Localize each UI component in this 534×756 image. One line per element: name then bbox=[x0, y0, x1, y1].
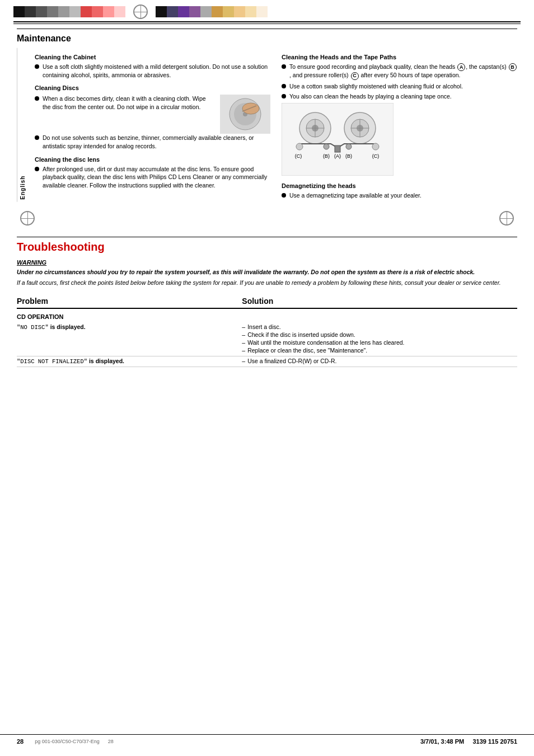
color-seg bbox=[200, 6, 212, 17]
color-seg bbox=[81, 6, 92, 17]
demagnetizing-subsection: Demagnetizing the heads Use a demagnetiz… bbox=[282, 182, 517, 200]
table-row: "NO DISC" is displayed. – Insert a disc. bbox=[17, 322, 517, 356]
svg-point-20 bbox=[296, 143, 303, 150]
color-seg bbox=[69, 6, 81, 17]
problem-cell-2: "DISC NOT FINALIZED" is displayed. bbox=[17, 356, 242, 367]
warning-text-1: Under no circumstances should you try to… bbox=[17, 268, 517, 277]
problem-text-1: is displayed. bbox=[50, 323, 86, 330]
date-info: 3/7/01, 3:48 PM bbox=[420, 738, 464, 745]
bullet-dot bbox=[282, 193, 286, 198]
cleaning-heads-text-3: You also can clean the heads by playing … bbox=[289, 92, 517, 101]
registration-mark-left bbox=[133, 4, 148, 19]
solution-text: Insert a disc. bbox=[247, 323, 281, 330]
color-seg bbox=[156, 6, 167, 17]
color-seg bbox=[223, 6, 234, 17]
color-seg bbox=[25, 6, 36, 17]
solution-cell-1: – Insert a disc. – Check if the disc is … bbox=[242, 322, 517, 356]
two-column-layout: Cleaning the Cabinet Use a soft cloth sl… bbox=[35, 48, 517, 202]
solution-item: – Insert a disc. bbox=[242, 323, 515, 330]
solution-header: Solution bbox=[242, 294, 517, 308]
svg-text:(A): (A) bbox=[334, 153, 341, 159]
right-column: Cleaning the Heads and the Tape Paths To… bbox=[282, 48, 517, 202]
troubleshooting-title: Troubleshooting bbox=[17, 241, 517, 253]
solution-item: – Check if the disc is inserted upside d… bbox=[242, 331, 515, 338]
page-wrapper: Maintenance English Cleaning the Cabinet… bbox=[0, 0, 534, 756]
svg-point-19 bbox=[346, 144, 352, 149]
color-seg bbox=[178, 6, 189, 17]
color-seg bbox=[36, 6, 47, 17]
problem-text-2: is displayed. bbox=[89, 358, 124, 364]
main-content: Maintenance English Cleaning the Cabinet… bbox=[0, 29, 534, 367]
cleaning-disc-lens-item-1: After prolonged use, dirt or dust may ac… bbox=[35, 165, 270, 190]
cleaning-discs-title: Cleaning Discs bbox=[35, 84, 270, 91]
tape-mechanism-diagram: (C) (B) (A) (B) (C) bbox=[282, 103, 394, 176]
page-number: 28 bbox=[17, 738, 24, 745]
solution-text: Wait until the moisture condensation at … bbox=[247, 339, 404, 346]
demagnetizing-title: Demagnetizing the heads bbox=[282, 182, 517, 189]
registration-mark-bottom-right bbox=[499, 211, 514, 226]
svg-rect-6 bbox=[282, 103, 394, 176]
disc-image-area: When a disc becomes dirty, clean it with… bbox=[35, 95, 270, 134]
troubleshooting-section: Troubleshooting WARNING Under no circums… bbox=[17, 237, 517, 368]
bottom-right-info: 3/7/01, 3:48 PM 3139 115 20751 bbox=[420, 738, 517, 745]
color-seg bbox=[47, 6, 58, 17]
registration-mark-bottom-left bbox=[20, 211, 35, 226]
left-column: Cleaning the Cabinet Use a soft cloth sl… bbox=[35, 48, 270, 202]
solution-item: – Wait until the moisture condensation a… bbox=[242, 339, 515, 346]
solution-list-1: – Insert a disc. – Check if the disc is … bbox=[242, 323, 515, 354]
svg-text:(B): (B) bbox=[323, 153, 330, 159]
registration-marks-row bbox=[17, 211, 517, 226]
solution-item: – Use a finalized CD-R(W) or CD-R. bbox=[242, 358, 515, 364]
svg-text:(B): (B) bbox=[345, 153, 352, 159]
cleaning-cabinet-item-1: Use a soft cloth slightly moistened with… bbox=[35, 63, 270, 79]
svg-point-4 bbox=[242, 103, 259, 114]
problem-solution-table: Problem Solution CD OPERATION "NO DISC" … bbox=[17, 294, 517, 367]
color-seg bbox=[114, 6, 125, 17]
cleaning-heads-text-2: Use a cotton swab slightly moistened wit… bbox=[289, 82, 517, 91]
table-row: "DISC NOT FINALIZED" is displayed. – Use… bbox=[17, 356, 517, 367]
color-seg bbox=[92, 6, 103, 17]
bullet-dot bbox=[282, 64, 286, 69]
cleaning-cabinet-title: Cleaning the Cabinet bbox=[35, 54, 270, 60]
color-seg bbox=[167, 6, 178, 17]
dash: – bbox=[242, 347, 245, 354]
solution-text: Check if the disc is inserted upside dow… bbox=[247, 331, 355, 338]
color-seg bbox=[58, 6, 69, 17]
color-seg bbox=[256, 6, 268, 17]
label-b: B bbox=[509, 63, 517, 71]
svg-point-18 bbox=[324, 144, 329, 149]
section-divider bbox=[17, 29, 517, 29]
label-a: A bbox=[457, 63, 465, 71]
solution-cell-2: – Use a finalized CD-R(W) or CD-R. bbox=[242, 356, 517, 367]
solution-text: Use a finalized CD-R(W) or CD-R. bbox=[247, 358, 336, 364]
color-seg bbox=[13, 6, 25, 17]
dash: – bbox=[242, 323, 245, 330]
demagnetizing-item-1: Use a demagnetizing tape available at yo… bbox=[282, 191, 517, 200]
bottom-left-info: pg 001-030/C50-C70/37-Eng 28 bbox=[35, 739, 114, 744]
maintenance-section: Maintenance English Cleaning the Cabinet… bbox=[17, 29, 517, 202]
right-color-bar-2 bbox=[156, 6, 268, 17]
cleaning-heads-item-3: You also can clean the heads by playing … bbox=[282, 92, 517, 101]
bullet-dot bbox=[282, 84, 286, 88]
problem-code-1: "NO DISC" bbox=[17, 324, 49, 331]
cleaning-heads-text-1: To ensure good recording and playback qu… bbox=[289, 63, 517, 80]
solution-item: – Replace or clean the disc, see "Mainte… bbox=[242, 347, 515, 354]
color-seg bbox=[189, 6, 200, 17]
disc-cleaning-image bbox=[220, 95, 270, 134]
svg-text:(C): (C) bbox=[372, 153, 380, 159]
warning-label: WARNING bbox=[17, 259, 517, 266]
cleaning-heads-title: Cleaning the Heads and the Tape Paths bbox=[282, 54, 517, 60]
cd-operation-category: CD OPERATION bbox=[17, 308, 517, 322]
cleaning-cabinet-text-1: Use a soft cloth slightly moistened with… bbox=[43, 63, 270, 79]
code-info: 3139 115 20751 bbox=[472, 738, 517, 745]
label-c: C bbox=[351, 72, 359, 80]
border-lines bbox=[13, 21, 521, 24]
color-seg bbox=[103, 6, 114, 17]
problem-header: Problem bbox=[17, 294, 242, 308]
dash: – bbox=[242, 331, 245, 338]
cleaning-discs-text-1: When a disc becomes dirty, clean it with… bbox=[43, 95, 214, 111]
cleaning-discs-item-2: Do not use solvents such as benzine, thi… bbox=[35, 134, 270, 150]
dash: – bbox=[242, 358, 245, 364]
cleaning-heads-item-2: Use a cotton swab slightly moistened wit… bbox=[282, 82, 517, 91]
problem-cell-1: "NO DISC" is displayed. bbox=[17, 322, 242, 356]
